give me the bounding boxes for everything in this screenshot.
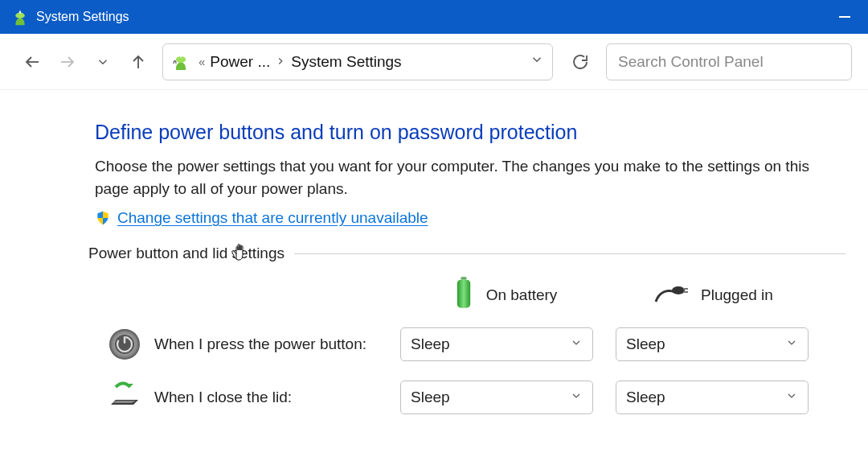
hand-cursor-icon <box>229 238 248 265</box>
plugged-in-header: Plugged in <box>609 281 818 309</box>
close-lid-battery-value: Sleep <box>411 389 450 406</box>
breadcrumb-current[interactable]: System Settings <box>291 53 401 71</box>
change-unavailable-settings-link[interactable]: Change settings that are currently unava… <box>117 209 428 227</box>
chevron-down-icon <box>570 389 583 406</box>
power-options-folder-icon <box>171 52 190 72</box>
power-button-setting-row: When I press the power button: Sleep Sle… <box>108 327 845 361</box>
close-lid-label: When I close the lid: <box>154 389 400 406</box>
power-button-battery-select[interactable]: Sleep <box>400 327 593 361</box>
power-button-icon <box>108 327 141 361</box>
address-dropdown-button[interactable] <box>530 52 544 71</box>
page-heading: Define power buttons and turn on passwor… <box>95 121 845 144</box>
minimize-button[interactable] <box>826 0 863 34</box>
address-bar[interactable]: « Power ... System Settings <box>162 43 553 80</box>
section-label: Power button and lid settings <box>88 245 285 262</box>
window-title: System Settings <box>36 10 129 24</box>
close-lid-icon <box>108 381 141 414</box>
chevron-down-icon <box>785 389 798 406</box>
search-box[interactable] <box>606 43 852 80</box>
svg-point-6 <box>672 286 685 294</box>
svg-rect-3 <box>180 54 182 57</box>
on-battery-header: On battery <box>400 277 609 313</box>
svg-rect-12 <box>124 336 125 344</box>
change-settings-row: Change settings that are currently unava… <box>95 209 845 227</box>
content-area: Define power buttons and turn on passwor… <box>0 90 868 414</box>
refresh-button[interactable] <box>563 44 598 80</box>
svg-rect-5 <box>457 280 469 308</box>
chevron-down-icon <box>570 335 583 353</box>
power-button-label: When I press the power button: <box>154 335 400 353</box>
svg-rect-8 <box>683 291 688 293</box>
app-icon <box>11 9 28 26</box>
battery-icon <box>452 277 475 313</box>
power-button-plugged-value: Sleep <box>626 335 665 353</box>
close-lid-setting-row: When I close the lid: Sleep Sleep <box>108 381 845 414</box>
plugged-in-label: Plugged in <box>701 286 773 304</box>
breadcrumb-parent[interactable]: Power ... <box>210 53 270 71</box>
chevron-down-icon <box>785 335 798 353</box>
divider-line <box>294 253 845 254</box>
power-button-battery-value: Sleep <box>411 335 450 353</box>
breadcrumb-guillemet-icon: « <box>199 55 205 68</box>
forward-button[interactable] <box>50 44 85 80</box>
chevron-right-icon <box>275 53 286 71</box>
nav-toolbar: « Power ... System Settings <box>0 34 868 90</box>
section-divider: Power button and lid settings <box>88 245 845 262</box>
page-description: Choose the power settings that you want … <box>95 155 842 200</box>
back-button[interactable] <box>14 44 50 80</box>
svg-rect-7 <box>683 288 688 290</box>
columns-header: On battery Plugged in <box>95 277 845 313</box>
history-dropdown-button[interactable] <box>85 44 121 80</box>
svg-rect-1 <box>19 10 21 14</box>
up-button[interactable] <box>121 44 156 80</box>
ac-plug-icon <box>654 281 690 309</box>
power-button-plugged-select[interactable]: Sleep <box>616 327 809 361</box>
on-battery-label: On battery <box>486 286 558 304</box>
title-bar: System Settings <box>0 0 868 34</box>
close-lid-plugged-value: Sleep <box>626 389 665 406</box>
uac-shield-icon <box>95 210 111 226</box>
svg-rect-4 <box>461 277 466 280</box>
close-lid-battery-select[interactable]: Sleep <box>400 381 593 414</box>
search-input[interactable] <box>618 53 840 71</box>
close-lid-plugged-select[interactable]: Sleep <box>616 381 809 414</box>
